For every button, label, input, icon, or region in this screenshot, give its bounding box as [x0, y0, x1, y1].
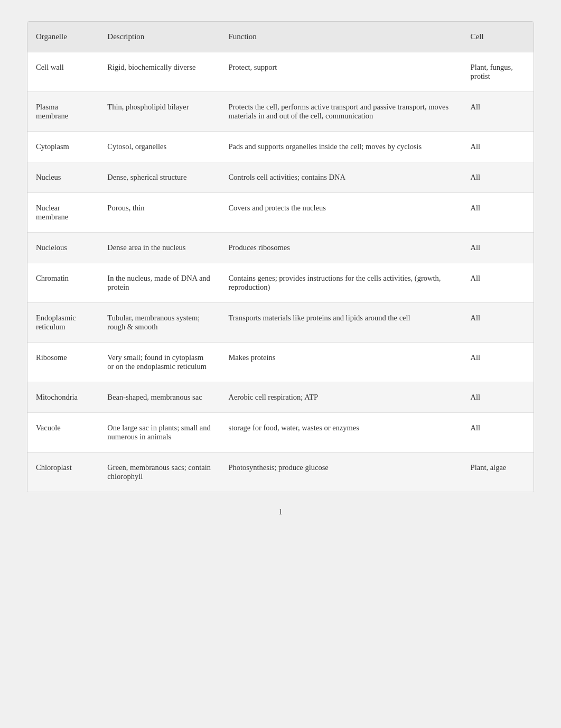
- cell-cell-type: All: [462, 92, 534, 132]
- cell-function: storage for food, water, wastes or enzym…: [220, 413, 462, 453]
- cell-function: Protect, support: [220, 52, 462, 92]
- cell-cell-type: Plant, algae: [462, 453, 534, 492]
- cell-function: Covers and protects the nucleus: [220, 193, 462, 233]
- cell-function: Aerobic cell respiration; ATP: [220, 382, 462, 413]
- cell-description: Cytosol, organelles: [99, 132, 220, 162]
- cell-organelle: Vacuole: [27, 413, 99, 453]
- table-row: Endoplasmic reticulumTubular, membranous…: [27, 303, 534, 343]
- cell-cell-type: All: [462, 413, 534, 453]
- cell-description: Tubular, membranous system; rough & smoo…: [99, 303, 220, 343]
- cell-description: Bean-shaped, membranous sac: [99, 382, 220, 413]
- table-row: NucleusDense, spherical structureControl…: [27, 162, 534, 193]
- cell-function: Makes proteins: [220, 343, 462, 382]
- table-row: MitochondriaBean-shaped, membranous sacA…: [27, 382, 534, 413]
- cell-organelle: Mitochondria: [27, 382, 99, 413]
- cell-description: Green, membranous sacs; contain chloroph…: [99, 453, 220, 492]
- cell-description: One large sac in plants; small and numer…: [99, 413, 220, 453]
- cell-organelle: Cytoplasm: [27, 132, 99, 162]
- cell-function: Transports materials like proteins and l…: [220, 303, 462, 343]
- cell-organelle: Nuclelous: [27, 233, 99, 263]
- cell-description: Dense, spherical structure: [99, 162, 220, 193]
- table-row: Cell wallRigid, biochemically diversePro…: [27, 52, 534, 92]
- table-row: ChloroplastGreen, membranous sacs; conta…: [27, 453, 534, 492]
- page-number: 1: [279, 508, 283, 517]
- cell-cell-type: Plant, fungus, protist: [462, 52, 534, 92]
- table-row: RibosomeVery small; found in cytoplasm o…: [27, 343, 534, 382]
- cell-function: Pads and supports organelles inside the …: [220, 132, 462, 162]
- table-row: ChromatinIn the nucleus, made of DNA and…: [27, 263, 534, 303]
- cell-function: Produces ribosomes: [220, 233, 462, 263]
- cell-cell-type: All: [462, 162, 534, 193]
- cell-cell-type: All: [462, 263, 534, 303]
- cell-function: Controls cell activities; contains DNA: [220, 162, 462, 193]
- header-cell: Cell: [462, 22, 534, 52]
- cell-function: Contains genes; provides instructions fo…: [220, 263, 462, 303]
- organelle-table: Organelle Description Function Cell Cell…: [27, 21, 534, 492]
- cell-description: In the nucleus, made of DNA and protein: [99, 263, 220, 303]
- cell-cell-type: All: [462, 132, 534, 162]
- table-row: Plasma membraneThin, phospholipid bilaye…: [27, 92, 534, 132]
- cell-description: Very small; found in cytoplasm or on the…: [99, 343, 220, 382]
- cell-cell-type: All: [462, 303, 534, 343]
- cell-organelle: Nuclear membrane: [27, 193, 99, 233]
- table-row: Nuclear membranePorous, thinCovers and p…: [27, 193, 534, 233]
- cell-organelle: Plasma membrane: [27, 92, 99, 132]
- cell-cell-type: All: [462, 193, 534, 233]
- table-row: CytoplasmCytosol, organellesPads and sup…: [27, 132, 534, 162]
- cell-organelle: Chromatin: [27, 263, 99, 303]
- cell-cell-type: All: [462, 233, 534, 263]
- table-header-row: Organelle Description Function Cell: [27, 22, 534, 52]
- header-function: Function: [220, 22, 462, 52]
- cell-organelle: Cell wall: [27, 52, 99, 92]
- cell-cell-type: All: [462, 343, 534, 382]
- cell-organelle: Endoplasmic reticulum: [27, 303, 99, 343]
- cell-function: Protects the cell, performs active trans…: [220, 92, 462, 132]
- cell-description: Rigid, biochemically diverse: [99, 52, 220, 92]
- table-row: NuclelousDense area in the nucleusProduc…: [27, 233, 534, 263]
- cell-function: Photosynthesis; produce glucose: [220, 453, 462, 492]
- header-organelle: Organelle: [27, 22, 99, 52]
- cell-organelle: Chloroplast: [27, 453, 99, 492]
- cell-cell-type: All: [462, 382, 534, 413]
- cell-organelle: Ribosome: [27, 343, 99, 382]
- table-row: VacuoleOne large sac in plants; small an…: [27, 413, 534, 453]
- cell-description: Dense area in the nucleus: [99, 233, 220, 263]
- cell-description: Porous, thin: [99, 193, 220, 233]
- cell-description: Thin, phospholipid bilayer: [99, 92, 220, 132]
- cell-organelle: Nucleus: [27, 162, 99, 193]
- header-description: Description: [99, 22, 220, 52]
